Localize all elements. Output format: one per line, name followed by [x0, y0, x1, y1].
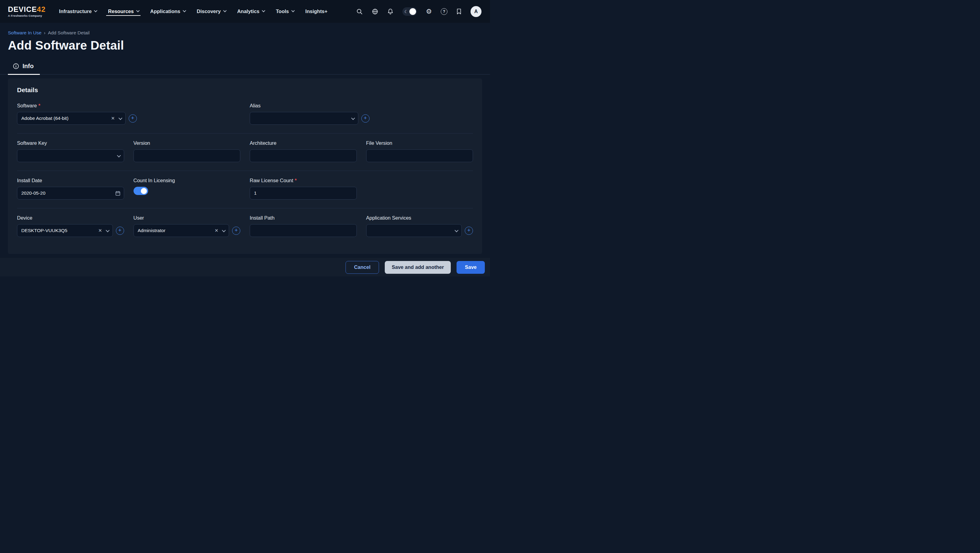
field-label: Count In Licensing — [134, 178, 240, 183]
save-button[interactable]: Save — [457, 261, 485, 274]
application-services-select[interactable] — [366, 224, 462, 237]
settings-gear-icon[interactable]: ⚙ — [426, 8, 432, 15]
field-label: Architecture — [250, 140, 357, 146]
add-application-service-button[interactable]: + — [465, 226, 473, 235]
required-marker: * — [38, 103, 40, 108]
brand-logo[interactable]: DEVICE42 A Freshworks Company — [8, 6, 46, 18]
brand-tagline: A Freshworks Company — [8, 14, 46, 18]
form-row-1: Software* Adobe Acrobat (64-bit) ✕ + Ali… — [17, 96, 473, 133]
field-label: Raw License Count* — [250, 178, 357, 183]
field-architecture: Architecture — [250, 140, 357, 162]
raw-license-count-input[interactable] — [250, 187, 357, 199]
field-alias: Alias + — [250, 103, 357, 125]
chevron-down-icon — [291, 9, 295, 12]
field-software-key: Software Key — [17, 140, 124, 162]
form-row-4: Device DESKTOP-VUUK3Q5 ✕ + User Administ… — [17, 208, 473, 245]
nav-applications[interactable]: Applications — [150, 0, 185, 23]
field-label: Alias — [250, 103, 357, 108]
nav-label: Applications — [150, 8, 180, 14]
nav-analytics[interactable]: Analytics — [237, 0, 264, 23]
user-combobox[interactable]: Administrator ✕ — [134, 224, 229, 237]
alias-select[interactable] — [250, 112, 358, 125]
search-icon[interactable] — [356, 8, 363, 15]
chevron-down-icon[interactable] — [105, 228, 110, 232]
user-avatar[interactable]: A — [471, 6, 482, 17]
help-question-mark: ? — [441, 8, 447, 15]
chevron-down-icon[interactable] — [222, 228, 226, 232]
chevron-down-icon[interactable] — [117, 153, 121, 157]
add-alias-button[interactable]: + — [361, 115, 369, 123]
chevron-down-icon — [183, 9, 186, 12]
field-label: Application Services — [366, 215, 473, 221]
version-input[interactable] — [134, 149, 240, 162]
tab-bar: Info — [0, 60, 490, 75]
cancel-button[interactable]: Cancel — [345, 261, 379, 274]
install-date-field[interactable] — [17, 187, 124, 199]
clear-icon[interactable]: ✕ — [215, 228, 218, 233]
save-and-add-another-button[interactable]: Save and add another — [385, 261, 451, 274]
chevron-down-icon[interactable] — [351, 116, 355, 120]
top-navbar: DEVICE42 A Freshworks Company Infrastruc… — [0, 0, 490, 23]
required-marker: * — [295, 178, 297, 183]
breadcrumb-separator: › — [44, 30, 45, 36]
architecture-input[interactable] — [250, 149, 357, 162]
install-path-input[interactable] — [250, 224, 357, 237]
help-icon[interactable]: ? — [441, 8, 447, 15]
breadcrumb-link-software-in-use[interactable]: Software In Use — [8, 30, 41, 36]
action-footer: Cancel Save and add another Save — [0, 258, 490, 276]
globe-icon[interactable] — [372, 8, 379, 15]
nav-infrastructure[interactable]: Infrastructure — [59, 0, 96, 23]
nav-label: Tools — [276, 8, 289, 14]
field-label: Install Path — [250, 215, 357, 221]
info-icon — [13, 63, 19, 69]
field-install-date: Install Date — [17, 178, 124, 199]
install-date-input[interactable] — [21, 190, 115, 196]
field-label: File Version — [366, 140, 473, 146]
nav-insights[interactable]: Insights+ — [305, 0, 328, 23]
theme-toggle[interactable]: ☾ — [402, 7, 417, 16]
tab-info[interactable]: Info — [8, 60, 40, 75]
chevron-down-icon — [94, 9, 97, 12]
toggle-knob — [141, 188, 147, 194]
software-value: Adobe Acrobat (64-bit) — [21, 116, 108, 121]
software-key-select[interactable] — [17, 149, 124, 162]
chevron-down-icon[interactable] — [455, 228, 459, 232]
field-version: Version — [134, 140, 240, 162]
count-in-licensing-toggle[interactable] — [134, 187, 148, 195]
nav-label: Insights+ — [305, 8, 328, 14]
brand-name: DEVICE42 — [8, 6, 46, 13]
software-combobox[interactable]: Adobe Acrobat (64-bit) ✕ — [17, 112, 126, 125]
chevron-down-icon — [136, 9, 139, 12]
page-title: Add Software Detail — [8, 39, 482, 52]
calendar-icon[interactable] — [115, 191, 121, 196]
device-combobox[interactable]: DESKTOP-VUUK3Q5 ✕ — [17, 224, 113, 237]
tab-info-label: Info — [22, 63, 34, 70]
nav-discovery[interactable]: Discovery — [197, 0, 226, 23]
device-value: DESKTOP-VUUK3Q5 — [21, 228, 96, 233]
field-label: Device — [17, 215, 124, 221]
form-row-2: Software Key Version Architecture File V… — [17, 133, 473, 171]
chevron-down-icon[interactable] — [118, 116, 122, 120]
field-user: User Administrator ✕ + — [134, 215, 240, 237]
brand-name-accent: 42 — [37, 5, 46, 13]
clear-icon[interactable]: ✕ — [98, 228, 102, 233]
add-device-button[interactable]: + — [116, 226, 124, 235]
nav-resources[interactable]: Resources — [108, 0, 138, 23]
user-value: Administrator — [138, 228, 212, 233]
nav-label: Resources — [108, 8, 134, 14]
field-software: Software* Adobe Acrobat (64-bit) ✕ + — [17, 103, 124, 125]
add-software-button[interactable]: + — [129, 115, 137, 123]
field-raw-license-count: Raw License Count* — [250, 178, 357, 199]
moon-icon: ☾ — [404, 9, 408, 14]
file-version-input[interactable] — [366, 149, 473, 162]
notifications-bell-icon[interactable] — [387, 8, 394, 15]
breadcrumb-current: Add Software Detail — [48, 30, 89, 36]
add-user-button[interactable]: + — [232, 226, 240, 235]
nav-label: Analytics — [237, 8, 259, 14]
field-install-path: Install Path — [250, 215, 357, 237]
field-label: Version — [134, 140, 240, 146]
nav-tools[interactable]: Tools — [276, 0, 294, 23]
field-label: Software* — [17, 103, 124, 108]
clear-icon[interactable]: ✕ — [111, 116, 115, 121]
bookmark-icon[interactable] — [456, 8, 462, 15]
